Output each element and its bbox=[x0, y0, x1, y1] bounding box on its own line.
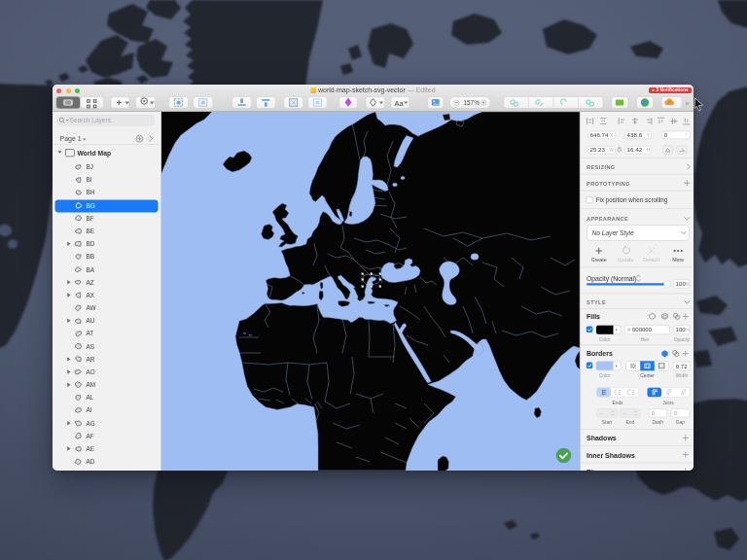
svg-text:Opacity (Normal): Opacity (Normal) bbox=[587, 275, 636, 283]
svg-text:PROTOTYPING: PROTOTYPING bbox=[587, 181, 630, 187]
svg-text:APPEARANCE: APPEARANCE bbox=[587, 216, 628, 222]
svg-text:Start: Start bbox=[602, 420, 613, 425]
svg-text:AD: AD bbox=[87, 458, 95, 465]
svg-text:0: 0 bbox=[652, 410, 655, 416]
svg-text:Hex: Hex bbox=[641, 337, 650, 342]
svg-text:Center: Center bbox=[640, 373, 655, 378]
svg-text:646.74: 646.74 bbox=[590, 131, 609, 138]
svg-text:Dash: Dash bbox=[652, 420, 663, 425]
svg-text:000000: 000000 bbox=[632, 327, 653, 332]
svg-text:AO: AO bbox=[87, 368, 95, 375]
svg-text:Aa: Aa bbox=[395, 99, 405, 108]
svg-text:Search Layers: Search Layers bbox=[70, 117, 112, 124]
svg-text:AL: AL bbox=[87, 394, 94, 401]
svg-text:BF: BF bbox=[87, 215, 94, 222]
svg-text:BE: BE bbox=[87, 228, 95, 234]
svg-text:16.42: 16.42 bbox=[627, 146, 643, 153]
svg-text:Create: Create bbox=[591, 257, 607, 262]
svg-text:Page 1: Page 1 bbox=[60, 135, 82, 143]
svg-text:Blur: Blur bbox=[587, 469, 600, 471]
svg-text:Shadows: Shadows bbox=[587, 435, 617, 441]
svg-text:AG: AG bbox=[87, 420, 95, 427]
svg-text:W: W bbox=[609, 147, 614, 153]
svg-text:RESIZING: RESIZING bbox=[587, 164, 616, 170]
svg-text:BB: BB bbox=[87, 253, 95, 260]
svg-text:H: H bbox=[647, 147, 651, 153]
svg-text:BA: BA bbox=[87, 266, 95, 273]
svg-text:Detach: Detach bbox=[643, 257, 659, 262]
svg-text:Fix position when scrolling: Fix position when scrolling bbox=[596, 196, 668, 204]
svg-text:BH: BH bbox=[87, 189, 95, 195]
svg-text:BI: BI bbox=[87, 176, 92, 183]
svg-text:AF: AF bbox=[87, 433, 94, 439]
svg-text:BJ: BJ bbox=[87, 163, 93, 170]
svg-text:AE: AE bbox=[87, 445, 95, 452]
svg-text:AX: AX bbox=[87, 292, 95, 298]
svg-text:AR: AR bbox=[87, 356, 95, 363]
svg-text:Joins: Joins bbox=[662, 401, 674, 405]
svg-text:Inner Shadows: Inner Shadows bbox=[587, 452, 635, 459]
svg-text:STYLE: STYLE bbox=[587, 299, 606, 305]
svg-text:World Map: World Map bbox=[78, 150, 112, 158]
svg-text:25.23: 25.23 bbox=[590, 146, 606, 153]
svg-text:No Layer Style: No Layer Style bbox=[592, 229, 635, 237]
svg-text:AW: AW bbox=[87, 304, 97, 311]
svg-text:Update: Update bbox=[617, 257, 633, 262]
svg-text:Opacity: Opacity bbox=[674, 337, 691, 342]
svg-text:Color: Color bbox=[599, 373, 611, 378]
svg-text:100%: 100% bbox=[676, 327, 690, 332]
svg-text:°: ° bbox=[686, 132, 688, 138]
svg-text:AS: AS bbox=[87, 343, 95, 350]
svg-text:Fills: Fills bbox=[587, 313, 600, 320]
svg-text:»: » bbox=[686, 100, 690, 107]
svg-text:Color: Color bbox=[599, 337, 611, 342]
svg-text:BG: BG bbox=[87, 202, 95, 209]
svg-text:0: 0 bbox=[674, 410, 677, 416]
svg-text:Gap: Gap bbox=[676, 420, 686, 425]
svg-text:AI: AI bbox=[87, 406, 92, 413]
svg-text:End: End bbox=[626, 420, 635, 425]
svg-text:157%: 157% bbox=[464, 99, 480, 106]
svg-text:0: 0 bbox=[664, 131, 668, 138]
svg-text:AZ: AZ bbox=[87, 279, 94, 286]
svg-text:BD: BD bbox=[87, 240, 95, 247]
svg-text:More: More bbox=[672, 257, 684, 262]
svg-text:Width: Width bbox=[676, 373, 689, 378]
svg-text:Borders: Borders bbox=[587, 350, 613, 357]
svg-text:AT: AT bbox=[87, 330, 94, 336]
svg-text:Ends: Ends bbox=[612, 401, 623, 405]
svg-text:100%: 100% bbox=[676, 280, 690, 287]
svg-text:AM: AM bbox=[87, 381, 96, 388]
svg-text:AU: AU bbox=[87, 317, 95, 324]
svg-text:438.6: 438.6 bbox=[627, 131, 643, 138]
svg-text:0.72: 0.72 bbox=[676, 364, 688, 369]
